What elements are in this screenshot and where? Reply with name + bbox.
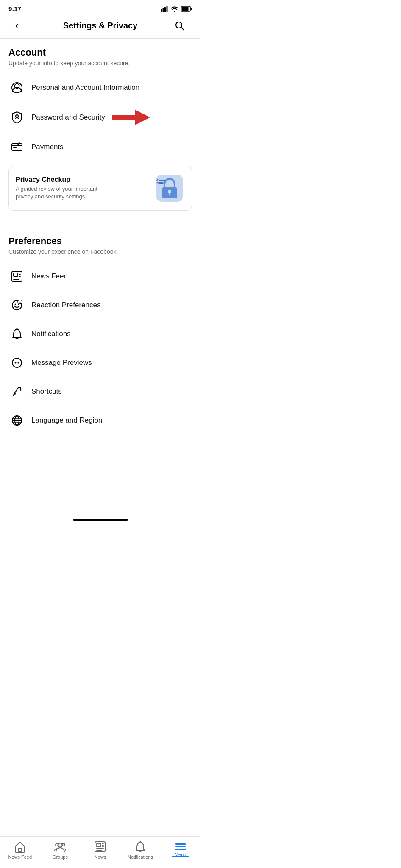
svg-line-41 [13,388,18,395]
shield-icon [8,109,25,126]
privacy-checkup-card[interactable]: Privacy Checkup A guided review of your … [8,166,192,211]
preferences-section: Preferences Customize your experience on… [0,227,200,439]
svg-rect-25 [14,273,18,276]
shortcuts-item[interactable]: Shortcuts [8,377,192,406]
news-feed-label: News Feed [31,272,68,281]
payments-icon [8,139,25,156]
payments-item[interactable]: Payments [8,133,192,161]
message-previews-label: Message Previews [31,359,92,367]
svg-line-8 [181,27,184,30]
reaction-preferences-label: Reaction Preferences [31,301,100,309]
status-icons [161,6,192,12]
svg-rect-18 [159,180,165,181]
preferences-subtitle: Customize your experience on Facebook. [8,248,192,255]
language-region-item[interactable]: Language and Region [8,406,192,435]
svg-point-44 [14,393,16,395]
page-title: Settings & Privacy [25,21,175,31]
nav-header: ‹ Settings & Privacy [0,16,200,39]
account-subtitle: Update your info to keep your account se… [8,60,192,67]
svg-text:☺: ☺ [18,301,21,304]
notifications-item[interactable]: Notifications [8,320,192,348]
privacy-card-subtitle: A guided review of your important privac… [16,185,109,200]
red-arrow [112,108,150,127]
signal-icon [161,6,168,12]
message-icon [8,354,25,371]
svg-marker-12 [112,110,150,125]
svg-rect-3 [167,6,168,12]
reaction-preferences-item[interactable]: ☺ Reaction Preferences [8,291,192,320]
svg-rect-13 [12,144,22,150]
svg-rect-0 [161,9,162,12]
message-previews-item[interactable]: Message Previews [8,348,192,377]
wifi-icon [171,6,178,12]
preferences-title: Preferences [8,236,192,247]
account-title: Account [8,47,192,58]
svg-rect-19 [159,182,164,184]
status-time: 9:17 [8,5,21,12]
shortcuts-label: Shortcuts [31,387,62,396]
privacy-card-text: Privacy Checkup A guided review of your … [16,176,109,200]
account-section: Account Update your info to keep your ac… [0,39,200,223]
svg-point-39 [17,362,18,364]
privacy-lock-icon [154,173,185,203]
language-region-label: Language and Region [31,416,102,425]
svg-rect-5 [191,8,192,10]
privacy-card-title: Privacy Checkup [16,176,109,184]
password-security-item[interactable]: Password and Security [8,102,192,133]
password-security-label: Password and Security [31,113,105,122]
svg-point-32 [15,304,16,305]
main-content: Account Update your info to keep your ac… [0,39,200,481]
battery-icon [181,6,192,12]
section-divider [0,225,200,225]
home-indicator [73,519,128,521]
reaction-icon: ☺ [8,297,25,314]
status-bar: 9:17 [0,0,200,16]
globe-icon [8,412,25,429]
svg-rect-6 [182,7,189,11]
payments-label: Payments [31,143,64,151]
news-feed-item[interactable]: News Feed [8,262,192,291]
svg-rect-23 [169,192,170,195]
svg-rect-1 [163,8,164,12]
notifications-label: Notifications [31,330,71,338]
person-icon [8,79,25,96]
shortcut-icon [8,383,25,400]
search-button[interactable] [175,21,192,31]
bell-icon [8,326,25,342]
personal-account-label: Personal and Account Information [31,83,139,92]
svg-point-40 [18,362,19,364]
back-button[interactable]: ‹ [8,19,25,32]
news-feed-icon [8,268,25,285]
svg-point-38 [15,362,16,364]
svg-rect-2 [164,7,166,12]
personal-account-info-item[interactable]: Personal and Account Information [8,73,192,102]
